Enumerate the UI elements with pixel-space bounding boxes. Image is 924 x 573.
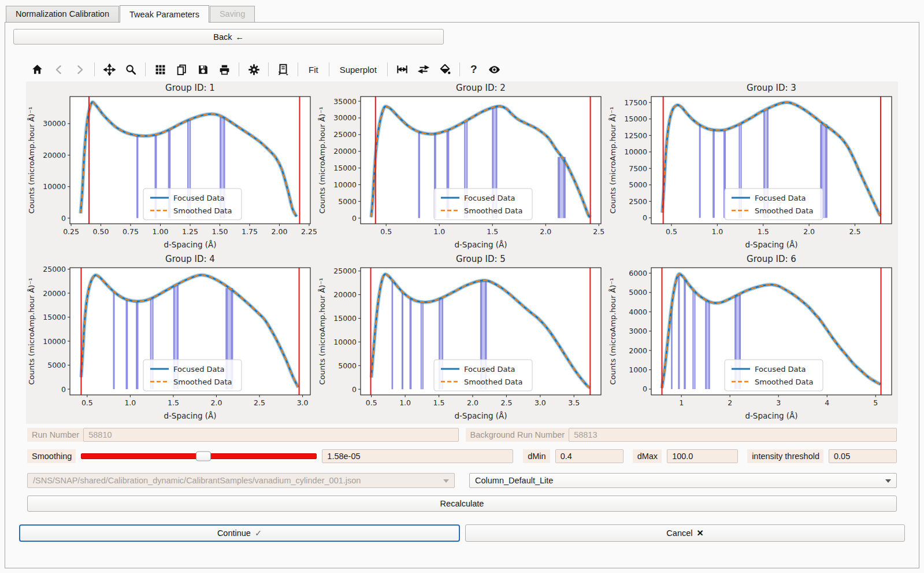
- y-tick-label: 0: [643, 213, 647, 222]
- x-tick-label: 3.0: [297, 398, 309, 407]
- figure-options-button[interactable]: [245, 61, 262, 78]
- x-tick-label: 1.75: [242, 227, 258, 236]
- y-tick-label: 15000: [333, 314, 357, 323]
- toolbar-separator: [387, 62, 388, 76]
- y-tick-label: 15000: [43, 313, 66, 321]
- x-tick-label: 0.5: [380, 227, 392, 236]
- y-tick-label: 0: [61, 385, 66, 394]
- peak-band: [410, 298, 412, 389]
- plot-toolbar: Fit Superplot ?: [28, 58, 911, 80]
- y-axis-label: Counts (microAmp.hour Å)⁻¹: [27, 107, 36, 214]
- dmin-field[interactable]: 0.4: [555, 449, 624, 463]
- chart-title: Group ID: 2: [456, 83, 506, 93]
- fit-width-button[interactable]: [394, 61, 411, 78]
- dmax-field[interactable]: 100.0: [667, 449, 738, 463]
- y-tick-label: 10000: [333, 180, 357, 189]
- fit-button[interactable]: Fit: [304, 61, 323, 78]
- calibrant-sample-value: /SNS/SNAP/shared/Calibration_dynamic/Cal…: [33, 476, 361, 485]
- chevron-down-icon: [885, 479, 891, 483]
- dmin-label: dMin: [523, 449, 550, 463]
- pan-button[interactable]: [101, 61, 118, 78]
- y-tick-label: 25000: [333, 130, 357, 139]
- grouping-value: Column_Default_Lite: [475, 476, 553, 485]
- y-tick-label: 10000: [43, 182, 66, 191]
- back-button[interactable]: Back←: [13, 29, 444, 45]
- back-view-button[interactable]: [50, 61, 67, 78]
- y-tick-label: 25000: [333, 267, 357, 275]
- legend-focused-data: Focused Data: [173, 194, 225, 202]
- toolbar-separator: [239, 62, 239, 76]
- background-run-number-field[interactable]: 58813: [569, 428, 897, 442]
- y-tick-label: 0: [61, 214, 66, 223]
- calibrant-sample-dropdown: /SNS/SNAP/shared/Calibration_dynamic/Cal…: [27, 473, 455, 488]
- y-tick-label: 5000: [338, 361, 357, 370]
- generate-script-button[interactable]: [274, 61, 292, 78]
- y-tick-label: 2500: [629, 197, 647, 206]
- y-tick-label: 5000: [47, 361, 66, 369]
- grid-toggle-button[interactable]: [151, 61, 169, 78]
- y-tick-label: 35000: [333, 97, 357, 106]
- home-button[interactable]: [28, 61, 46, 78]
- y-tick-label: 7500: [629, 164, 647, 173]
- print-button[interactable]: [216, 61, 233, 78]
- grouping-dropdown[interactable]: Column_Default_Lite: [469, 473, 897, 488]
- tab-tweak-parameters[interactable]: Tweak Parameters: [120, 5, 209, 23]
- intensity-threshold-field[interactable]: 0.05: [829, 449, 897, 463]
- smoothing-slider-handle[interactable]: [196, 452, 211, 461]
- legend-focused-data: Focused Data: [755, 194, 806, 202]
- forward-view-button[interactable]: [71, 61, 88, 78]
- save-button[interactable]: [194, 61, 211, 78]
- legend-smoothed-data: Smoothed Data: [173, 206, 232, 215]
- print-icon: [218, 64, 231, 76]
- toggle-legend-button[interactable]: [486, 61, 503, 78]
- chart-group-3: Group ID: 3d-Spacing (Å)Counts (microAmp…: [607, 82, 898, 253]
- y-axis-label: Counts (microAmp.hour Å)⁻¹: [318, 278, 326, 385]
- x-axis-label: d-Spacing (Å): [454, 240, 507, 249]
- chevron-down-icon: [443, 479, 449, 483]
- toolbar-separator: [145, 62, 146, 76]
- x-tick-label: 0.50: [93, 227, 109, 236]
- y-tick-label: 10000: [333, 338, 357, 346]
- smoothing-slider[interactable]: [81, 453, 317, 459]
- help-button[interactable]: ?: [466, 61, 482, 78]
- tab-pane: Back←: [5, 22, 919, 568]
- swap-axes-button[interactable]: [415, 61, 432, 78]
- continue-button[interactable]: Continue✓: [19, 524, 460, 542]
- tab-normalization-calibration[interactable]: Normalization Calibration: [6, 6, 119, 22]
- copy-button[interactable]: [173, 61, 190, 78]
- chart-title: Group ID: 1: [165, 83, 215, 93]
- run-number-field[interactable]: 58810: [83, 428, 458, 442]
- legend-focused-data: Focused Data: [464, 365, 515, 374]
- x-tick-label: 4: [825, 398, 829, 407]
- legend-focused-data: Focused Data: [173, 365, 225, 374]
- y-tick-label: 4000: [629, 308, 647, 316]
- fill-color-button[interactable]: [436, 61, 454, 78]
- x-tick-label: 2.0: [211, 398, 222, 407]
- fill-color-icon: [439, 63, 451, 76]
- peak-band: [113, 291, 115, 389]
- tab-saving: Saving: [210, 6, 255, 22]
- x-tick-label: 1.50: [212, 227, 228, 236]
- peak-band: [126, 300, 128, 389]
- y-tick-label: 5000: [338, 197, 357, 206]
- zoom-button[interactable]: [122, 61, 139, 78]
- peak-band: [684, 279, 686, 389]
- x-axis-label: d-Spacing (Å): [454, 411, 507, 420]
- eye-icon: [488, 63, 501, 76]
- y-tick-label: 17500: [624, 98, 647, 107]
- cancel-button[interactable]: Cancel✕: [465, 524, 905, 542]
- y-tick-label: 15000: [624, 114, 647, 123]
- x-tick-label: 2.5: [254, 398, 265, 407]
- back-arrow-icon: [53, 64, 65, 76]
- x-tick-label: 2.0: [803, 227, 815, 236]
- save-icon: [197, 64, 209, 76]
- recalculate-button[interactable]: Recalculate: [27, 496, 897, 512]
- x-tick-label: 0.75: [123, 227, 139, 236]
- toolbar-separator: [329, 62, 329, 76]
- superplot-button[interactable]: Superplot: [335, 61, 381, 78]
- back-button-label: Back: [213, 32, 232, 42]
- y-axis-label: Counts (microAmp.hour Å)⁻¹: [318, 107, 326, 214]
- smoothing-value-field[interactable]: 1.58e-05: [322, 449, 513, 463]
- x-tick-label: 1.0: [711, 227, 723, 236]
- pan-icon: [103, 64, 116, 76]
